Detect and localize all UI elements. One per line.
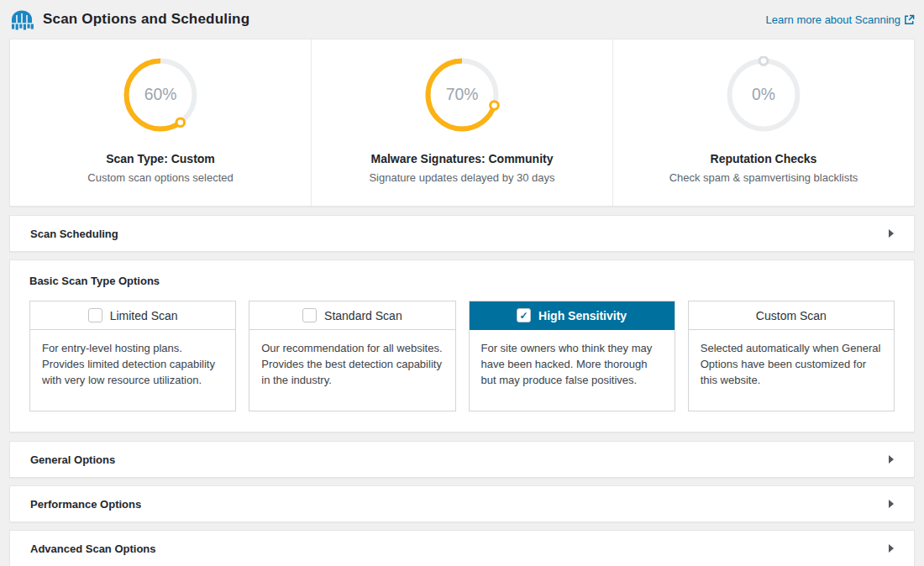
limited-scan-checkbox[interactable] bbox=[88, 308, 102, 322]
scan-option-label: Standard Scan bbox=[324, 309, 402, 322]
stat-subtitle: Signature updates delayed by 30 days bbox=[332, 171, 592, 184]
accordion-label: Scan Scheduling bbox=[30, 228, 118, 240]
scan-option-description: Selected automatically when General Opti… bbox=[689, 330, 894, 411]
page-title: Scan Options and Scheduling bbox=[43, 11, 249, 28]
stat-subtitle: Check spam & spamvertising blacklists bbox=[633, 171, 894, 184]
svg-text:0%: 0% bbox=[752, 86, 775, 103]
scan-option-header[interactable]: Custom Scan bbox=[689, 301, 894, 330]
stat-card-malware-signatures: 70% Malware Signatures: Community Signat… bbox=[311, 39, 612, 206]
accordion-advanced-scan-options[interactable]: Advanced Scan Options bbox=[9, 530, 915, 566]
accordion-performance-options[interactable]: Performance Options bbox=[9, 485, 915, 522]
stat-subtitle: Custom scan options selected bbox=[30, 171, 291, 184]
scan-option-header[interactable]: Limited Scan bbox=[30, 301, 235, 330]
scan-option-description: For site owners who think they may have … bbox=[470, 330, 675, 411]
high-sensitivity-checkbox[interactable] bbox=[517, 308, 531, 322]
scan-option-header[interactable]: High Sensitivity bbox=[470, 301, 675, 330]
svg-text:60%: 60% bbox=[144, 86, 177, 103]
accordion-label: Advanced Scan Options bbox=[30, 542, 156, 555]
basic-scan-type-panel: Basic Scan Type Options Limited Scan For… bbox=[9, 259, 915, 432]
scan-option-header[interactable]: Standard Scan bbox=[249, 301, 454, 330]
standard-scan-checkbox[interactable] bbox=[302, 308, 317, 322]
stat-card-scan-type: 60% Scan Type: Custom Custom scan option… bbox=[10, 39, 311, 206]
svg-text:70%: 70% bbox=[446, 86, 479, 103]
stat-title: Malware Signatures: Community bbox=[332, 152, 592, 165]
caret-right-icon bbox=[889, 544, 894, 553]
scan-option-custom[interactable]: Custom Scan Selected automatically when … bbox=[688, 301, 895, 411]
header-left: Scan Options and Scheduling bbox=[9, 9, 249, 30]
accordion-label: Performance Options bbox=[30, 498, 141, 511]
scan-option-description: For entry-level hosting plans. Provides … bbox=[30, 330, 235, 411]
stat-title: Reputation Checks bbox=[633, 152, 894, 165]
malware-signatures-donut-chart: 70% bbox=[423, 56, 501, 134]
page-header: Scan Options and Scheduling Learn more a… bbox=[9, 0, 915, 39]
scan-option-label: High Sensitivity bbox=[538, 309, 627, 322]
learn-more-link[interactable]: Learn more about Scanning bbox=[766, 13, 915, 26]
scan-option-description: Our recommendation for all websites. Pro… bbox=[249, 330, 454, 411]
stat-title: Scan Type: Custom bbox=[30, 152, 291, 165]
caret-right-icon bbox=[889, 455, 894, 464]
caret-right-icon bbox=[889, 229, 894, 238]
scan-type-donut-chart: 60% bbox=[122, 56, 199, 134]
reputation-checks-donut-chart: 0% bbox=[725, 56, 802, 134]
scan-option-limited[interactable]: Limited Scan For entry-level hosting pla… bbox=[29, 301, 236, 411]
accordion-general-options[interactable]: General Options bbox=[9, 441, 915, 478]
accordion-scan-scheduling[interactable]: Scan Scheduling bbox=[9, 215, 915, 252]
external-link-icon bbox=[904, 14, 915, 25]
basic-scan-heading: Basic Scan Type Options bbox=[29, 275, 895, 287]
scan-option-label: Custom Scan bbox=[756, 309, 827, 322]
scan-status-panel: 60% Scan Type: Custom Custom scan option… bbox=[9, 39, 915, 207]
stat-card-reputation-checks: 0% Reputation Checks Check spam & spamve… bbox=[612, 39, 914, 206]
scan-options-page: Scan Options and Scheduling Learn more a… bbox=[0, 0, 924, 566]
caret-right-icon bbox=[889, 500, 894, 508]
scan-type-cards: Limited Scan For entry-level hosting pla… bbox=[29, 301, 895, 411]
scan-option-standard[interactable]: Standard Scan Our recommendation for all… bbox=[249, 301, 455, 411]
scan-option-high-sensitivity[interactable]: High Sensitivity For site owners who thi… bbox=[469, 301, 675, 411]
learn-more-label: Learn more about Scanning bbox=[766, 13, 900, 26]
scan-option-label: Limited Scan bbox=[110, 309, 178, 322]
accordion-label: General Options bbox=[30, 453, 115, 466]
wordfence-scan-icon bbox=[9, 9, 34, 30]
